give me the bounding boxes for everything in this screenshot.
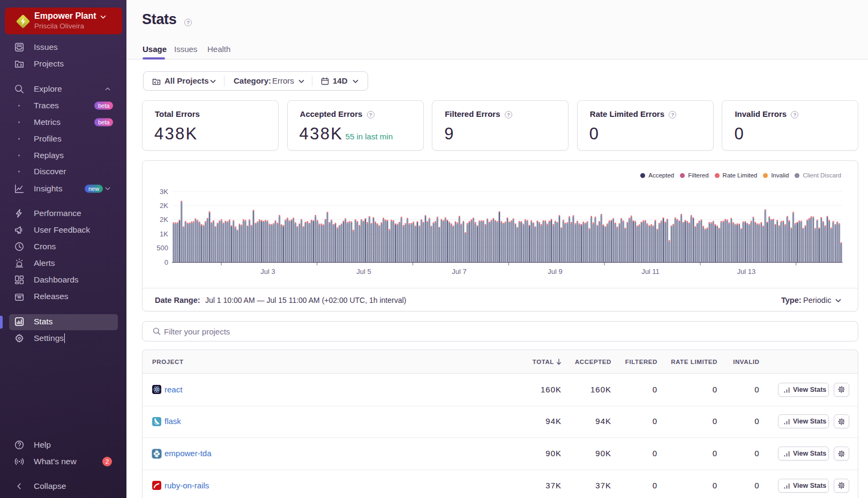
svg-text:Jul 5: Jul 5 [356,267,371,276]
svg-text:Jul 13: Jul 13 [737,267,756,276]
svg-text:Jul 11: Jul 11 [641,267,660,276]
svg-text:2K: 2K [160,202,168,210]
svg-text:Jul 3: Jul 3 [260,267,275,276]
svg-text:2K: 2K [160,215,168,224]
svg-text:500: 500 [156,244,168,252]
svg-text:1K: 1K [160,230,168,238]
svg-text:3K: 3K [160,188,168,196]
svg-text:Jul 7: Jul 7 [452,267,466,276]
svg-text:0: 0 [164,258,168,266]
svg-text:Jul 9: Jul 9 [548,267,562,276]
